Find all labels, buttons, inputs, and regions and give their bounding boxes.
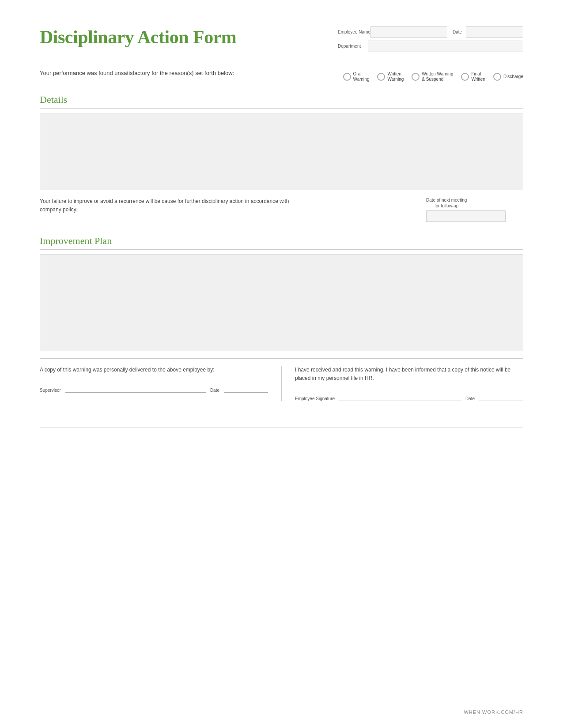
- final-written-circle[interactable]: [461, 73, 469, 81]
- checkbox-written-warning-suspend[interactable]: Written Warning& Suspend: [412, 71, 453, 82]
- bottom-columns: A copy of this warning was personally de…: [40, 366, 523, 401]
- written-warning-circle[interactable]: [377, 73, 385, 81]
- top-right-fields: Employee Name Date Department: [338, 26, 523, 52]
- header-row: Disciplinary Action Form Employee Name D…: [40, 26, 523, 52]
- date-input[interactable]: [466, 26, 523, 38]
- bottom-right-text: I have received and read this warning. I…: [295, 366, 523, 383]
- failure-text: Your failure to improve or avoid a recur…: [40, 197, 296, 214]
- follow-up-label: Date of next meetingfor follow-up: [426, 197, 467, 209]
- form-title: Disciplinary Action Form: [40, 26, 236, 48]
- improvement-divider: [40, 249, 523, 250]
- bottom-section: A copy of this warning was personally de…: [40, 358, 523, 401]
- improvement-textarea[interactable]: [40, 254, 523, 351]
- supervisor-input[interactable]: [65, 382, 206, 393]
- employee-name-input[interactable]: [370, 26, 447, 38]
- employee-sig-input[interactable]: [339, 390, 461, 401]
- employee-sig-row: Employee Signature Date: [295, 390, 523, 401]
- supervisor-date-label: Date: [210, 388, 219, 393]
- written-warning-suspend-circle[interactable]: [412, 73, 419, 81]
- checkbox-final-written[interactable]: FinalWritten: [461, 71, 485, 82]
- employee-date-input[interactable]: [479, 390, 523, 401]
- checkboxes-row: OralWarning WrittenWarning Written Warni…: [343, 71, 523, 82]
- supervisor-date-input[interactable]: [224, 382, 268, 393]
- checkbox-written-warning[interactable]: WrittenWarning: [377, 71, 404, 82]
- department-label: Department: [338, 44, 368, 49]
- employee-date-label: Date: [465, 396, 475, 401]
- details-divider: [40, 108, 523, 109]
- details-textarea[interactable]: [40, 113, 523, 190]
- discharge-circle[interactable]: [493, 73, 501, 81]
- department-input[interactable]: [368, 41, 523, 52]
- employee-name-row: Employee Name Date: [338, 26, 523, 38]
- page: Disciplinary Action Form Employee Name D…: [0, 0, 563, 728]
- bottom-left: A copy of this warning was personally de…: [40, 366, 282, 401]
- follow-up-area: Date of next meetingfor follow-up: [426, 197, 523, 222]
- failure-row: Your failure to improve or avoid a recur…: [40, 197, 523, 222]
- employee-name-label: Employee Name: [338, 30, 370, 35]
- department-row: Department: [338, 41, 523, 52]
- checkbox-oral-warning[interactable]: OralWarning: [343, 71, 370, 82]
- employee-signature-label: Employee Signature: [295, 396, 335, 401]
- bottom-left-text: A copy of this warning was personally de…: [40, 366, 268, 374]
- follow-up-input[interactable]: [426, 210, 506, 222]
- supervisor-label: Supervisor: [40, 388, 61, 393]
- footer-text: WHENIWORK.COM/HR: [464, 709, 523, 715]
- date-label: Date: [453, 30, 466, 35]
- performance-row: Your performance was found unsatisfactor…: [40, 65, 523, 85]
- footer-divider: [40, 428, 523, 428]
- supervisor-sig-row: Supervisor Date: [40, 382, 268, 393]
- improvement-title: Improvement Plan: [40, 235, 523, 247]
- checkbox-discharge[interactable]: Discharge: [493, 73, 523, 81]
- bottom-right: I have received and read this warning. I…: [282, 366, 523, 401]
- performance-text: Your performance was found unsatisfactor…: [40, 70, 234, 76]
- details-title: Details: [40, 94, 523, 105]
- oral-warning-circle[interactable]: [343, 73, 351, 81]
